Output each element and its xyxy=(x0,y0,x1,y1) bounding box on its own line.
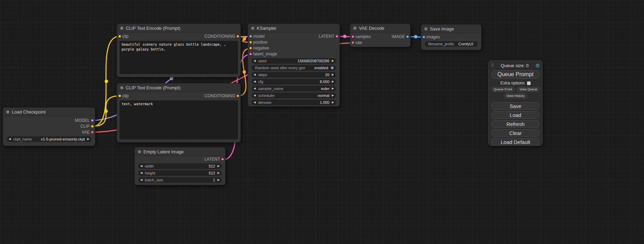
collapse-toggle-icon[interactable] xyxy=(424,27,427,30)
collapse-toggle-icon[interactable] xyxy=(138,150,141,153)
increment-arrow-icon[interactable]: ▶ xyxy=(332,94,334,97)
node-title-bar[interactable]: KSampler xyxy=(248,24,339,33)
widget-cfg[interactable]: ◀ cfg 8.000 ▶ xyxy=(252,79,336,84)
collapse-toggle-icon[interactable] xyxy=(120,86,123,89)
node-title-bar[interactable]: Save Image xyxy=(421,25,481,33)
node-graph-canvas[interactable]: Load Checkpoint MODEL CLIP VAE ◀ ckpt_na… xyxy=(0,0,644,244)
wire-dot-conditioning-negative xyxy=(242,70,246,74)
save-button[interactable]: Save xyxy=(492,102,539,110)
settings-gear-icon[interactable]: ⚙ xyxy=(536,63,540,68)
increment-arrow-icon[interactable]: ▶ xyxy=(332,87,334,90)
node-vae-decode[interactable]: VAE Decode samples IMAGE vae xyxy=(350,24,411,47)
collapse-toggle-icon[interactable] xyxy=(251,27,254,30)
widget-label: filename_prefix xyxy=(428,42,454,46)
load-default-button[interactable]: Load Default xyxy=(492,138,539,146)
increment-arrow-icon[interactable]: ▶ xyxy=(218,172,220,174)
output-label: LATENT xyxy=(204,157,220,162)
output-port-vae[interactable] xyxy=(91,130,94,134)
widget-height[interactable]: ◀ height 512 ▶ xyxy=(138,170,222,176)
output-port-conditioning[interactable] xyxy=(236,35,239,38)
refresh-button[interactable]: Refresh xyxy=(492,120,539,128)
node-title-bar[interactable]: CLIP Text Encode (Prompt) xyxy=(117,24,240,33)
drag-handle-icon[interactable]: ⠿ xyxy=(491,63,494,68)
queue-prompt-button[interactable]: Queue Prompt xyxy=(492,70,539,79)
load-button[interactable]: Load xyxy=(492,111,539,119)
input-port-clip[interactable] xyxy=(118,35,121,38)
widget-label: seed xyxy=(258,59,266,63)
prompt-textarea[interactable]: text, watermark xyxy=(120,100,238,139)
collapse-toggle-icon[interactable] xyxy=(120,27,123,30)
decrement-arrow-icon[interactable]: ◀ xyxy=(254,80,256,83)
node-load-checkpoint[interactable]: Load Checkpoint MODEL CLIP VAE ◀ ckpt_na… xyxy=(3,107,95,146)
extra-options-checkbox[interactable] xyxy=(527,81,531,85)
output-port-conditioning[interactable] xyxy=(236,94,239,97)
increment-arrow-icon[interactable]: ▶ xyxy=(218,179,220,181)
input-port-samples[interactable] xyxy=(351,35,354,38)
input-port-clip[interactable] xyxy=(118,94,121,97)
queue-panel-header: ⠿ Queue size: 0 ⚙ xyxy=(491,62,540,69)
widget-denoise[interactable]: ◀ denoise 1.000 ▶ xyxy=(252,100,336,105)
widget-steps[interactable]: ◀ steps 20 ▶ xyxy=(252,72,336,78)
decrement-arrow-icon[interactable]: ◀ xyxy=(254,94,256,97)
slot-row: clip CONDITIONING xyxy=(117,93,240,99)
output-port-clip[interactable] xyxy=(91,125,94,128)
node-clip-text-encode-positive[interactable]: CLIP Text Encode (Prompt) clip CONDITION… xyxy=(117,24,241,77)
decrement-arrow-icon[interactable]: ◀ xyxy=(254,60,256,62)
output-port-model[interactable] xyxy=(91,119,94,122)
input-port-images[interactable] xyxy=(422,35,425,38)
toggle-indicator-icon[interactable] xyxy=(330,66,334,70)
decrement-arrow-icon[interactable]: ◀ xyxy=(9,138,11,141)
node-clip-text-encode-negative[interactable]: CLIP Text Encode (Prompt) clip CONDITION… xyxy=(117,83,241,143)
decrement-arrow-icon[interactable]: ◀ xyxy=(140,165,142,168)
decrement-arrow-icon[interactable]: ◀ xyxy=(254,73,256,76)
collapse-toggle-icon[interactable] xyxy=(6,110,9,114)
input-port-positive[interactable] xyxy=(249,40,252,44)
increment-arrow-icon[interactable]: ▶ xyxy=(332,60,334,62)
widget-random-seed-toggle[interactable]: Random seed after every gen enabled xyxy=(252,65,336,71)
increment-arrow-icon[interactable]: ▶ xyxy=(87,138,89,141)
input-label: model xyxy=(253,34,265,39)
node-title: CLIP Text Encode (Prompt) xyxy=(126,26,180,31)
collapse-toggle-icon[interactable] xyxy=(353,27,356,30)
decrement-arrow-icon[interactable]: ◀ xyxy=(140,172,142,174)
output-port-image[interactable] xyxy=(406,35,409,38)
view-history-button[interactable]: View History xyxy=(504,93,528,98)
increment-arrow-icon[interactable]: ▶ xyxy=(332,73,334,76)
prompt-textarea[interactable]: beautiful scenery nature glass bottle la… xyxy=(120,41,238,74)
increment-arrow-icon[interactable]: ▶ xyxy=(218,165,220,168)
node-empty-latent-image[interactable]: Empty Latent Image LATENT ◀ width 512 ▶ … xyxy=(134,147,226,185)
widget-seed[interactable]: ◀ seed 156680208700286 ▶ xyxy=(252,58,336,64)
input-port-latent-image[interactable] xyxy=(249,52,252,55)
widget-scheduler[interactable]: ◀ scheduler normal ▶ xyxy=(252,93,336,98)
widget-filename-prefix[interactable]: filename_prefix ComfyUI xyxy=(425,41,478,47)
node-save-image[interactable]: Save Image images filename_prefix ComfyU… xyxy=(421,24,482,50)
widget-batch-size[interactable]: ◀ batch_size 1 ▶ xyxy=(138,177,222,183)
output-port-latent[interactable] xyxy=(335,35,338,38)
output-label: CLIP xyxy=(80,124,90,129)
node-title-bar[interactable]: CLIP Text Encode (Prompt) xyxy=(117,83,240,92)
output-port-latent[interactable] xyxy=(221,157,224,161)
decrement-arrow-icon[interactable]: ◀ xyxy=(254,101,256,104)
input-label: clip xyxy=(122,34,129,39)
decrement-arrow-icon[interactable]: ◀ xyxy=(140,179,142,181)
widget-width[interactable]: ◀ width 512 ▶ xyxy=(138,163,222,169)
widget-value: enabled xyxy=(315,66,328,70)
node-title: KSampler xyxy=(257,26,276,31)
queue-front-button[interactable]: Queue Front xyxy=(491,87,515,92)
input-label: negative xyxy=(253,46,269,51)
node-ksampler[interactable]: KSampler model LATENT positive negative … xyxy=(248,24,340,107)
decrement-arrow-icon[interactable]: ◀ xyxy=(254,87,256,90)
input-port-model[interactable] xyxy=(249,35,252,38)
input-label: vae xyxy=(355,40,362,45)
node-title-bar[interactable]: VAE Decode xyxy=(350,24,410,33)
input-port-vae[interactable] xyxy=(351,41,354,44)
node-title-bar[interactable]: Empty Latent Image xyxy=(135,147,225,156)
increment-arrow-icon[interactable]: ▶ xyxy=(332,101,334,104)
widget-sampler-name[interactable]: ◀ sampler_name euler ▶ xyxy=(252,86,336,91)
view-queue-button[interactable]: View Queue xyxy=(517,87,540,92)
clear-button[interactable]: Clear xyxy=(492,129,539,137)
node-title-bar[interactable]: Load Checkpoint xyxy=(3,108,95,116)
input-port-negative[interactable] xyxy=(249,46,252,49)
increment-arrow-icon[interactable]: ▶ xyxy=(332,80,334,83)
widget-ckpt-name[interactable]: ◀ ckpt_name v1-5-pruned-emaonly.ckpt ▶ xyxy=(7,136,91,142)
